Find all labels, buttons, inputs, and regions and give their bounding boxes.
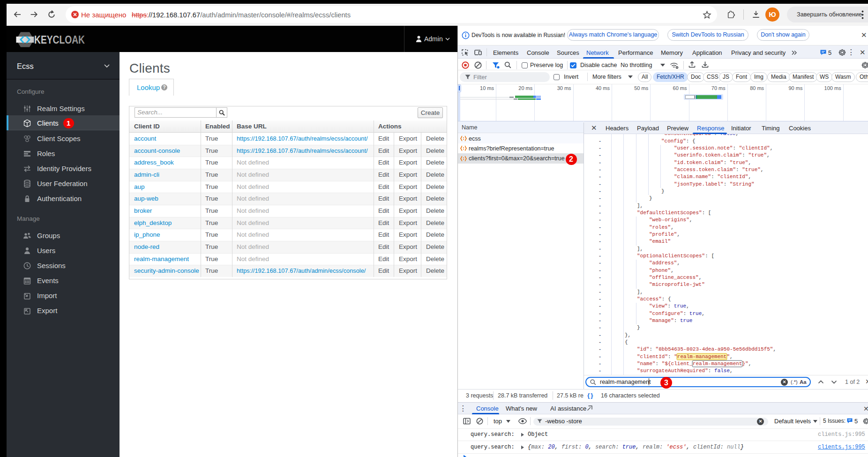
svg-text:KEYCLOAK: KEYCLOAK [34, 34, 85, 46]
